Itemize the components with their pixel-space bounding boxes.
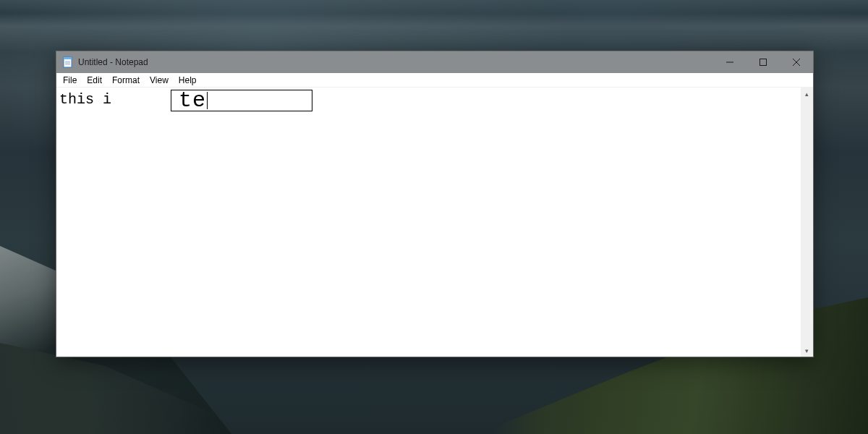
- menu-view[interactable]: View: [145, 75, 174, 86]
- menu-file[interactable]: File: [58, 75, 82, 86]
- maximize-button[interactable]: [746, 51, 780, 73]
- notepad-app-icon: [62, 56, 74, 68]
- menubar: File Edit Format View Help: [56, 73, 813, 88]
- scroll-down-icon[interactable]: ▾: [801, 344, 813, 357]
- svg-rect-6: [760, 59, 767, 66]
- ime-caret-icon: [207, 92, 208, 109]
- ime-text: te: [179, 91, 206, 110]
- editor-area[interactable]: this i te ▴ ▾: [56, 88, 813, 357]
- menu-format[interactable]: Format: [107, 75, 145, 86]
- titlebar[interactable]: Untitled - Notepad: [56, 51, 813, 73]
- editor-text[interactable]: this i: [59, 92, 111, 108]
- menu-help[interactable]: Help: [174, 75, 202, 86]
- scroll-up-icon[interactable]: ▴: [801, 88, 813, 100]
- desktop-wallpaper: Untitled - Notepad File Edit Format View…: [0, 0, 868, 434]
- ime-composition-window[interactable]: te: [171, 90, 312, 111]
- close-button[interactable]: [780, 51, 813, 73]
- vertical-scrollbar[interactable]: ▴ ▾: [801, 88, 813, 357]
- menu-edit[interactable]: Edit: [82, 75, 107, 86]
- window-title: Untitled - Notepad: [78, 57, 148, 67]
- minimize-button[interactable]: [713, 51, 746, 73]
- notepad-window: Untitled - Notepad File Edit Format View…: [56, 51, 814, 357]
- svg-rect-1: [64, 57, 72, 59]
